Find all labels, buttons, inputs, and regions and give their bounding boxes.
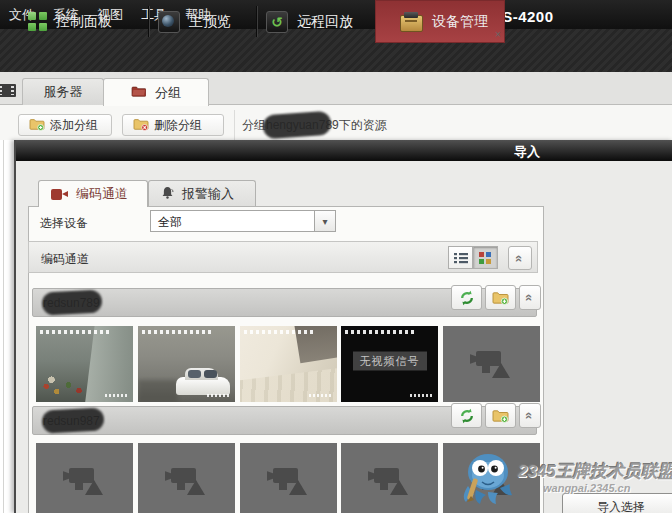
add-group-label: 添加分组 bbox=[50, 117, 98, 134]
collapse-icon: « bbox=[523, 412, 536, 419]
camera-thumbnail-street[interactable] bbox=[36, 326, 133, 402]
camera-thumbnail-street-car[interactable] bbox=[138, 326, 235, 402]
device-group-row-redsun789[interactable]: redsun789 « bbox=[32, 288, 537, 317]
tab-main-view-label: 主预览 bbox=[189, 13, 231, 31]
device-group-row-redsun987[interactable]: redsun987 « bbox=[32, 406, 537, 435]
dialog-tab-encode-channel[interactable]: 编码通道 bbox=[38, 180, 148, 207]
dialog-tab-alarm-input[interactable]: 报警输入 bbox=[148, 180, 256, 206]
subtab-server[interactable]: 服务器 bbox=[22, 78, 104, 105]
collapse-group-button[interactable]: « bbox=[519, 403, 541, 428]
main-view-icon bbox=[158, 11, 180, 33]
tab-remote-playback[interactable]: ↺ 远程回放 bbox=[266, 0, 370, 43]
osd-camera-label bbox=[309, 394, 333, 397]
device-management-icon bbox=[400, 15, 423, 32]
import-selection-label: 导入选择 bbox=[597, 499, 645, 513]
device-select-value: 全部 bbox=[158, 214, 182, 231]
ivms-4200-window: 文件 系统 视图 工具 帮助 iVMS-4200 控制面板 主预览 ↺ 远程回放 bbox=[0, 0, 672, 513]
tab-control-panel-label: 控制面板 bbox=[56, 13, 112, 31]
camera-thumbnail-offline[interactable] bbox=[36, 443, 133, 513]
toolbar-separator bbox=[256, 6, 257, 37]
offline-camera-icon bbox=[65, 467, 105, 495]
actionbar-separator bbox=[234, 110, 235, 140]
toolbar-separator bbox=[148, 6, 149, 37]
collapse-section-button[interactable]: « bbox=[508, 246, 532, 270]
redaction-smudge bbox=[41, 289, 102, 315]
offline-camera-icon bbox=[269, 467, 309, 495]
section-title: 编码通道 bbox=[41, 251, 89, 268]
collapse-icon: « bbox=[513, 254, 526, 261]
add-to-group-button[interactable] bbox=[485, 403, 516, 428]
remote-playback-icon: ↺ bbox=[266, 11, 288, 33]
camera-thumbnail-indoor[interactable] bbox=[240, 326, 337, 402]
tab-device-management-label: 设备管理 bbox=[432, 13, 488, 31]
select-device-label: 选择设备 bbox=[40, 215, 88, 232]
subtab-group-label: 分组 bbox=[155, 84, 181, 102]
bell-icon bbox=[161, 186, 174, 202]
list-view-button[interactable] bbox=[448, 246, 473, 269]
white-suv bbox=[176, 377, 230, 395]
camera-thumbnail-offline[interactable] bbox=[443, 326, 540, 402]
osd-timestamp bbox=[345, 330, 415, 334]
collapse-group-button[interactable]: « bbox=[519, 285, 541, 310]
refresh-button[interactable] bbox=[451, 285, 482, 310]
chevron-down-icon[interactable]: ▾ bbox=[314, 211, 335, 231]
dialog-title-bar[interactable]: 导入 bbox=[16, 140, 672, 161]
folder-delete-icon bbox=[133, 117, 149, 134]
tab-main-view[interactable]: 主预览 bbox=[158, 0, 250, 43]
delete-group-label: 删除分组 bbox=[154, 117, 202, 134]
dialog-title: 导入 bbox=[514, 143, 540, 161]
camera-thumbnail-no-signal[interactable]: 无视频信号 bbox=[341, 326, 438, 402]
osd-timestamp bbox=[142, 330, 212, 334]
import-selection-button[interactable]: 导入选择 bbox=[562, 493, 672, 513]
device-select-dropdown[interactable]: 全部 ▾ bbox=[150, 210, 336, 232]
osd-timestamp bbox=[244, 330, 314, 334]
camera-thumbnail-offline[interactable] bbox=[341, 443, 438, 513]
osd-camera-label bbox=[105, 394, 129, 397]
folder-add-icon bbox=[29, 117, 45, 134]
dialog-tab-encode-label: 编码通道 bbox=[76, 185, 128, 203]
refresh-button[interactable] bbox=[451, 403, 482, 428]
osd-camera-label bbox=[207, 394, 231, 397]
osd-camera-label bbox=[410, 394, 434, 397]
camera-icon bbox=[51, 189, 68, 200]
camera-thumbnail-offline[interactable] bbox=[138, 443, 235, 513]
no-video-signal-text: 无视频信号 bbox=[353, 351, 427, 370]
add-to-group-button[interactable] bbox=[485, 285, 516, 310]
subtab-group[interactable]: 分组 bbox=[103, 78, 209, 106]
encode-channel-section-header: 编码通道 « bbox=[28, 241, 538, 273]
camera-thumbnail-offline[interactable] bbox=[240, 443, 337, 513]
tab-remote-playback-label: 远程回放 bbox=[297, 13, 353, 31]
film-strip-icon bbox=[0, 84, 16, 97]
control-panel-icon bbox=[28, 12, 47, 31]
collapse-icon: « bbox=[523, 294, 536, 301]
offline-camera-icon bbox=[472, 467, 512, 495]
subtab-server-label: 服务器 bbox=[44, 83, 83, 101]
tab-device-management[interactable]: 设备管理 bbox=[375, 0, 505, 43]
camera-thumbnail-offline[interactable] bbox=[443, 443, 540, 513]
offline-camera-icon bbox=[167, 467, 207, 495]
dialog-tab-alarm-label: 报警输入 bbox=[182, 185, 234, 203]
redaction-smudge bbox=[262, 111, 332, 140]
red-folder-icon bbox=[131, 85, 146, 100]
close-icon[interactable]: × bbox=[495, 30, 501, 40]
thumbnail-view-button[interactable] bbox=[473, 246, 498, 269]
offline-camera-icon bbox=[472, 350, 512, 378]
osd-timestamp bbox=[40, 330, 110, 334]
delete-group-button[interactable]: 删除分组 bbox=[122, 114, 224, 136]
page-edge-line bbox=[3, 140, 4, 513]
tab-control-panel[interactable]: 控制面板 bbox=[28, 0, 143, 43]
add-group-button[interactable]: 添加分组 bbox=[18, 114, 112, 136]
offline-camera-icon bbox=[370, 467, 410, 495]
redaction-smudge bbox=[41, 407, 104, 433]
